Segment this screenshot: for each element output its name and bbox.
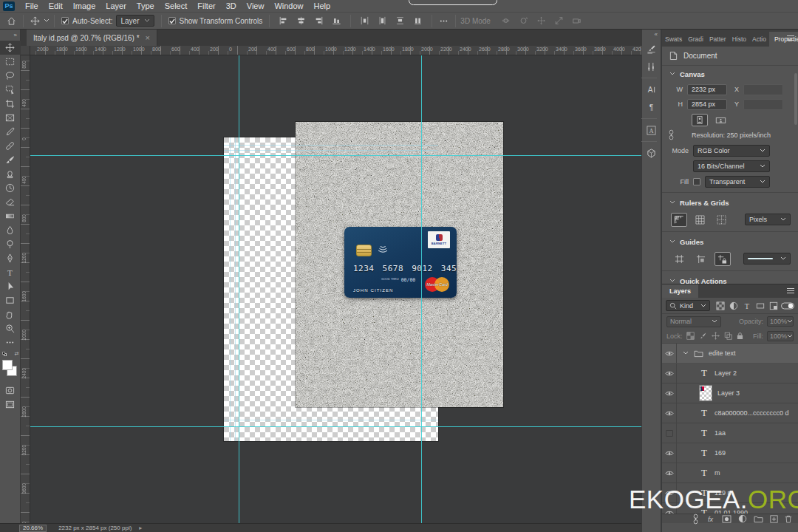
path-selection-tool[interactable] [0, 279, 21, 293]
layer-row[interactable]: T1aa [662, 423, 798, 443]
visibility-toggle[interactable] [662, 364, 677, 383]
scrollbar[interactable] [794, 73, 797, 125]
eyedropper-tool[interactable] [0, 125, 21, 139]
tab-actio[interactable]: Actio [749, 32, 769, 47]
lasso-tool[interactable] [0, 69, 21, 83]
fill-dropdown[interactable]: Transparent [705, 176, 770, 188]
tab-histo[interactable]: Histo [729, 32, 749, 47]
layers-menu-icon[interactable] [786, 287, 795, 294]
frame-tool[interactable] [0, 111, 21, 125]
dodge-tool[interactable] [0, 237, 21, 251]
visibility-toggle[interactable] [662, 423, 677, 443]
layer-row[interactable]: Layer 3 [662, 383, 798, 403]
screen-mode-button[interactable] [0, 398, 21, 412]
menu-file[interactable]: File [20, 1, 44, 10]
zoom-tool[interactable] [0, 321, 21, 335]
show-transform-checkbox[interactable] [168, 17, 176, 24]
filter-toggle-switch[interactable] [781, 302, 794, 310]
move-tool-icon[interactable] [28, 16, 42, 27]
quick-actions-section-header[interactable]: Quick Actions [662, 273, 798, 284]
foreground-color-swatch[interactable] [2, 360, 13, 370]
vertical-guide[interactable] [239, 55, 239, 523]
glyphs-panel-icon[interactable]: A [641, 121, 661, 139]
menu-help[interactable]: Help [309, 1, 336, 10]
object-selection-tool[interactable] [0, 83, 21, 97]
chevron-down-icon[interactable] [44, 18, 50, 23]
dist-right-icon[interactable] [393, 16, 407, 26]
bit-depth-dropdown[interactable]: 16 Bits/Channel [693, 160, 770, 172]
eraser-tool[interactable] [0, 195, 21, 209]
lock-all-icon[interactable] [737, 332, 743, 340]
color-picker-widget[interactable]: ⇄ [0, 351, 21, 383]
blur-tool[interactable] [0, 223, 21, 237]
shape-layer-icon[interactable] [756, 301, 765, 310]
trash-icon[interactable] [785, 515, 792, 523]
brush-settings-panel-icon[interactable] [641, 40, 661, 58]
menu-3d[interactable]: 3D [221, 1, 242, 10]
toggle-smart-guides-button[interactable] [692, 252, 709, 266]
toolbar-collapse-icon[interactable]: » [0, 30, 20, 41]
visibility-toggle[interactable] [662, 344, 677, 363]
home-icon[interactable] [4, 16, 18, 27]
horizontal-ruler[interactable]: 2000180016001400120010008006004002000200… [30, 46, 641, 55]
align-right-icon[interactable] [312, 16, 326, 26]
color-mode-dropdown[interactable]: RGB Color [693, 145, 770, 157]
toggle-guides-button[interactable] [671, 252, 687, 266]
pen-tool[interactable] [0, 251, 21, 265]
tab-patter[interactable]: Patter [706, 32, 729, 47]
vertical-ruler[interactable]: 8004000400800120016002000240028003200360… [21, 55, 30, 523]
layer-row[interactable]: Tc8a000000...cccccccc0 d [662, 403, 798, 423]
landscape-orientation-button[interactable] [712, 114, 729, 126]
history-brush-tool[interactable] [0, 181, 21, 195]
crop-tool[interactable] [0, 97, 21, 111]
menu-image[interactable]: Image [68, 1, 101, 10]
toggle-pixel-grid-button[interactable] [713, 213, 729, 227]
fill-field[interactable]: 100% [767, 331, 794, 341]
visibility-toggle[interactable] [662, 443, 677, 463]
auto-select-dropdown[interactable]: Layer [116, 15, 154, 27]
lock-artboard-icon[interactable] [724, 332, 732, 340]
more-options-icon[interactable] [437, 16, 451, 27]
ruler-units-dropdown[interactable]: Pixels [745, 214, 791, 225]
quick-mask-button[interactable] [0, 383, 21, 398]
menu-layer[interactable]: Layer [100, 1, 132, 10]
height-field[interactable]: 2854 px [687, 99, 727, 110]
align-bottom-icon[interactable] [330, 16, 344, 26]
auto-select-checkbox[interactable] [61, 17, 69, 24]
width-field[interactable]: 2232 px [687, 84, 727, 95]
menu-view[interactable]: View [242, 1, 270, 10]
panel-menu-icon[interactable] [786, 35, 795, 41]
character-panel-icon[interactable]: A [641, 81, 661, 98]
layer-row[interactable]: Tm [662, 463, 798, 483]
close-icon[interactable]: × [146, 33, 150, 42]
visibility-toggle[interactable] [662, 403, 677, 423]
menu-select[interactable]: Select [160, 1, 193, 10]
lock-guides-button[interactable] [715, 252, 731, 266]
canvas-section-header[interactable]: Canvas [662, 66, 798, 82]
horizontal-guide[interactable] [30, 426, 641, 427]
blend-mode-dropdown[interactable]: Normal [666, 316, 721, 327]
default-colors-icon[interactable] [2, 352, 7, 357]
visibility-toggle[interactable] [662, 383, 677, 403]
layer-filter-dropdown[interactable]: Kind [666, 300, 710, 311]
chevron-down-icon[interactable] [683, 351, 689, 355]
document-tab[interactable]: Italy id.psd @ 20.7% (RGB/16) * × [27, 30, 157, 46]
gradient-tool[interactable] [0, 209, 21, 223]
brush-tool[interactable] [0, 153, 21, 167]
visibility-toggle[interactable] [662, 463, 677, 482]
clone-stamp-tool[interactable] [0, 167, 21, 181]
pixel-layer-icon[interactable] [716, 301, 725, 310]
dist-left-icon[interactable] [358, 16, 372, 26]
layer-row[interactable]: TLayer 2 [662, 364, 798, 383]
type-filter-icon[interactable]: T [743, 301, 751, 310]
layer-row[interactable]: edite text [662, 344, 798, 364]
rectangle-tool[interactable] [0, 293, 21, 307]
lock-pixels-icon[interactable] [699, 332, 707, 340]
menu-window[interactable]: Window [269, 1, 308, 10]
new-layer-icon[interactable] [770, 515, 778, 523]
opacity-field[interactable]: 100% [767, 316, 794, 327]
adjustment-icon[interactable] [738, 514, 747, 523]
portrait-orientation-button[interactable] [692, 114, 708, 126]
layer-row[interactable]: T169 [662, 443, 798, 463]
status-chevron-icon[interactable]: ▸ [139, 525, 142, 531]
